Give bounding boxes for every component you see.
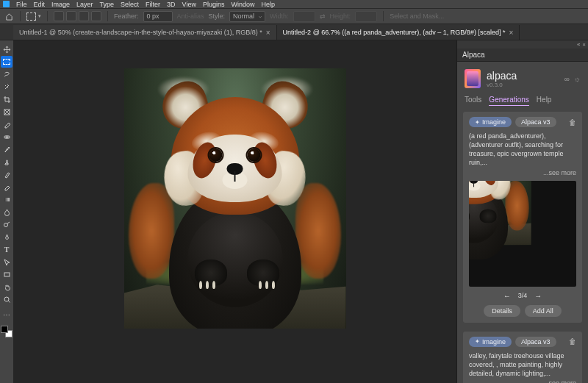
alpaca-panel: « × Alpaca alpaca v0.3.0 ∞ ☼ Tools Gener… — [456, 40, 588, 383]
frame-tool[interactable] — [1, 106, 12, 118]
selection-add-icon[interactable] — [66, 11, 76, 21]
menu-edit[interactable]: Edit — [34, 1, 46, 8]
blur-tool[interactable] — [1, 206, 12, 218]
shape-tool[interactable] — [1, 268, 12, 280]
chevrons-icon[interactable]: « — [577, 41, 580, 48]
eyedropper-tool[interactable] — [1, 118, 12, 130]
path-tool[interactable] — [1, 256, 12, 268]
feather-input[interactable]: 0 px — [143, 11, 173, 22]
heal-tool[interactable] — [1, 131, 12, 143]
tag-imagine[interactable]: ✦Imagine — [469, 117, 512, 127]
prompt-text: valley, fairytale treehouse village cove… — [469, 351, 576, 378]
dodge-tool[interactable] — [1, 218, 12, 230]
width-label: Width: — [270, 12, 289, 20]
delete-icon[interactable]: 🗑 — [569, 337, 576, 346]
page-indicator: 3/4 — [518, 292, 528, 299]
generation-card: ✦Imagine Alpaca v3 🗑 (a red panda_advent… — [463, 112, 582, 323]
generation-card: ✦Imagine Alpaca v3 🗑 valley, fairytale t… — [463, 332, 582, 383]
height-label: Height: — [330, 12, 351, 20]
marquee-tool[interactable] — [1, 56, 12, 68]
color-swatches[interactable] — [1, 326, 12, 337]
eraser-tool[interactable] — [1, 181, 12, 193]
prompt-text: (a red panda_adventurer), (adventurer ou… — [469, 132, 576, 168]
menu-layer[interactable]: Layer — [76, 1, 93, 8]
svg-point-3 — [4, 223, 7, 226]
menu-view[interactable]: View — [182, 1, 196, 8]
subtab-tools[interactable]: Tools — [465, 96, 481, 106]
options-bar: ▾ Feather: 0 px Anti-alias Style: Normal… — [0, 8, 588, 24]
wand-tool[interactable] — [1, 81, 12, 93]
selection-intersect-icon[interactable] — [91, 11, 101, 21]
panel-tab-bar: Alpaca — [457, 49, 588, 62]
home-icon[interactable] — [4, 11, 14, 21]
pager: ← 3/4 → — [469, 292, 576, 300]
stamp-tool[interactable] — [1, 156, 12, 168]
delete-icon[interactable]: 🗑 — [569, 118, 576, 126]
gradient-tool[interactable] — [1, 193, 12, 205]
generation-thumbnail[interactable] — [469, 181, 576, 287]
svg-rect-4 — [4, 273, 10, 276]
brand-name: alpaca — [487, 70, 517, 82]
antialias-checkbox: Anti-alias — [177, 12, 204, 20]
zoom-tool[interactable] — [1, 293, 12, 305]
selection-new-icon[interactable] — [54, 11, 64, 21]
menu-bar: File Edit Image Layer Type Select Filter… — [0, 0, 588, 8]
canvas-area[interactable] — [13, 40, 456, 383]
add-all-button[interactable]: Add All — [525, 305, 562, 317]
width-input — [293, 11, 315, 22]
style-select[interactable]: Normal⌵ — [229, 11, 265, 22]
prev-arrow-icon[interactable]: ← — [503, 292, 511, 300]
height-input — [355, 11, 377, 22]
crop-tool[interactable] — [1, 93, 12, 105]
next-arrow-icon[interactable]: → — [534, 292, 542, 300]
selection-mode-group — [54, 11, 101, 21]
close-icon[interactable]: × — [582, 41, 586, 48]
alpaca-logo-icon — [465, 69, 481, 88]
tag-imagine[interactable]: ✦Imagine — [469, 337, 512, 347]
canvas[interactable] — [124, 68, 346, 329]
history-brush-tool[interactable] — [1, 168, 12, 180]
settings-icon[interactable]: ☼ — [574, 75, 581, 83]
lasso-tool[interactable] — [1, 68, 12, 80]
menu-image[interactable]: Image — [51, 1, 70, 8]
menu-filter[interactable]: Filter — [146, 1, 160, 8]
close-icon[interactable]: × — [266, 29, 270, 37]
menu-file[interactable]: File — [16, 1, 27, 8]
document-tab-2[interactable]: Untitled-2 @ 66.7% ((a red panda_adventu… — [277, 25, 520, 40]
brush-tool[interactable] — [1, 143, 12, 155]
see-more-link[interactable]: ...see more — [469, 169, 576, 176]
see-more-link[interactable]: ...see more — [469, 379, 576, 383]
pen-tool[interactable] — [1, 231, 12, 243]
brand-version: v0.3.0 — [487, 82, 517, 88]
feather-label: Feather: — [114, 12, 139, 20]
subtab-generations[interactable]: Generations — [489, 96, 528, 106]
move-tool[interactable] — [1, 43, 12, 55]
selection-subtract-icon[interactable] — [79, 11, 89, 21]
app-icon — [3, 1, 10, 7]
document-tab-1[interactable]: Untitled-1 @ 50% (create-a-landscape-in-… — [13, 25, 277, 40]
sparkle-icon: ✦ — [475, 338, 480, 345]
type-tool[interactable]: T — [1, 243, 12, 255]
menu-3d[interactable]: 3D — [167, 1, 176, 8]
hand-tool[interactable] — [1, 281, 12, 293]
edit-toolbar-icon[interactable]: ⋯ — [1, 309, 12, 321]
details-button[interactable]: Details — [484, 305, 520, 317]
document-tab-bar: Untitled-1 @ 50% (create-a-landscape-in-… — [0, 24, 588, 40]
brand-header: alpaca v0.3.0 ∞ ☼ — [457, 62, 588, 93]
menu-window[interactable]: Window — [232, 1, 255, 8]
link-icon[interactable]: ∞ — [564, 75, 570, 83]
swap-wh-icon: ⇄ — [320, 12, 326, 20]
tool-bar: T ⋯ — [0, 40, 13, 383]
menu-select[interactable]: Select — [121, 1, 139, 8]
menu-plugins[interactable]: Plugins — [203, 1, 225, 8]
marquee-tool-indicator[interactable]: ▾ — [26, 12, 41, 21]
tag-model[interactable]: Alpaca v3 — [515, 117, 556, 127]
menu-type[interactable]: Type — [100, 1, 115, 8]
menu-help[interactable]: Help — [262, 1, 276, 8]
tag-model[interactable]: Alpaca v3 — [515, 337, 556, 347]
sparkle-icon: ✦ — [475, 119, 480, 126]
panel-tab-alpaca[interactable]: Alpaca — [462, 51, 485, 59]
close-icon[interactable]: × — [509, 29, 513, 37]
subtab-help[interactable]: Help — [537, 96, 552, 106]
select-and-mask-button: Select and Mask... — [390, 12, 444, 20]
